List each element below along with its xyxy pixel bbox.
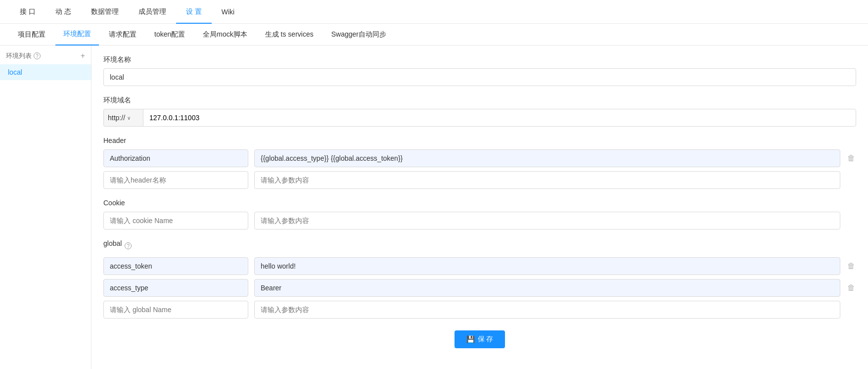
save-btn-row: 💾 保 存 [103, 330, 856, 348]
save-label: 保 存 [478, 335, 494, 344]
nav-item-data-manage[interactable]: 数据管理 [81, 0, 129, 24]
global-key-input-1[interactable] [103, 279, 248, 297]
sidebar-header: 环境列表 ? + [0, 51, 91, 64]
global-label: global [103, 239, 122, 247]
sidebar-help-icon[interactable]: ? [34, 52, 41, 59]
nav-item-member-manage[interactable]: 成员管理 [129, 0, 176, 24]
domain-row: http:// ∨ [103, 109, 856, 127]
global-key-2 [103, 301, 248, 319]
env-domain-group: 环境域名 http:// ∨ [103, 96, 856, 127]
protocol-value: http:// [108, 114, 125, 122]
env-name-group: 环境名称 [103, 55, 856, 86]
nav-item-dynamic[interactable]: 动 态 [46, 0, 81, 24]
global-key-1 [103, 279, 248, 297]
global-title-row: global ? [103, 239, 856, 252]
cookie-key-input-0[interactable] [103, 212, 248, 230]
global-group: global ? 🗑 🗑 [103, 239, 856, 319]
global-value-1 [254, 279, 840, 297]
cookie-group: Cookie 🗑 [103, 199, 856, 230]
sidebar: 环境列表 ? + local [0, 46, 91, 369]
domain-input[interactable] [143, 109, 856, 127]
header-group: Header 🗑 🗑 [103, 137, 856, 189]
env-domain-label: 环境域名 [103, 96, 856, 105]
cookie-label: Cookie [103, 199, 856, 207]
save-button[interactable]: 💾 保 存 [455, 330, 505, 348]
sub-nav-swagger-sync[interactable]: Swagger自动同步 [323, 24, 394, 46]
global-value-input-1[interactable] [254, 279, 840, 297]
cookie-key-0 [103, 212, 248, 230]
header-label: Header [103, 137, 856, 144]
sidebar-header-left: 环境列表 ? [6, 51, 41, 60]
global-row-1: 🗑 [103, 279, 856, 297]
sub-nav-env-config[interactable]: 环境配置 [55, 24, 99, 46]
global-row-0: 🗑 [103, 257, 856, 275]
save-icon: 💾 [466, 335, 475, 343]
header-value-input-1[interactable] [254, 171, 840, 189]
global-key-input-2[interactable] [103, 301, 248, 319]
cookie-value-0 [254, 212, 840, 230]
env-name-label: 环境名称 [103, 55, 856, 64]
global-value-2 [254, 301, 840, 319]
header-key-input-1[interactable] [103, 171, 248, 189]
env-name-input[interactable] [103, 68, 856, 86]
nav-item-settings[interactable]: 设 置 [176, 0, 212, 24]
sub-nav-mock-script[interactable]: 全局mock脚本 [195, 24, 255, 46]
header-row-0: 🗑 [103, 149, 856, 167]
sub-nav: 项目配置 环境配置 请求配置 token配置 全局mock脚本 生成 ts se… [0, 24, 868, 46]
global-value-input-0[interactable] [254, 257, 840, 275]
content: 环境名称 环境域名 http:// ∨ Header [91, 46, 868, 369]
protocol-select[interactable]: http:// ∨ [103, 109, 143, 127]
sub-nav-token-config[interactable]: token配置 [146, 24, 193, 46]
cookie-value-input-0[interactable] [254, 212, 840, 230]
header-key-input-0[interactable] [103, 149, 248, 167]
global-key-0 [103, 257, 248, 275]
global-value-input-2[interactable] [254, 301, 840, 319]
header-delete-0[interactable]: 🗑 [846, 154, 856, 163]
sidebar-title-label: 环境列表 [6, 51, 32, 60]
sidebar-add-icon[interactable]: + [81, 52, 85, 60]
header-value-1 [254, 171, 840, 189]
main-layout: 环境列表 ? + local 环境名称 环境域名 http:// ∨ [0, 46, 868, 369]
global-value-0 [254, 257, 840, 275]
header-value-input-0[interactable] [254, 149, 840, 167]
top-nav: 接 口 动 态 数据管理 成员管理 设 置 Wiki [0, 0, 868, 24]
sub-nav-ts-services[interactable]: 生成 ts services [257, 24, 321, 46]
cookie-row-0: 🗑 [103, 212, 856, 230]
header-key-0 [103, 149, 248, 167]
global-help-icon[interactable]: ? [125, 242, 132, 249]
global-row-2: 🗑 [103, 301, 856, 319]
nav-item-wiki[interactable]: Wiki [212, 0, 244, 24]
header-value-0 [254, 149, 840, 167]
sub-nav-request-config[interactable]: 请求配置 [101, 24, 144, 46]
sub-nav-project-config[interactable]: 项目配置 [10, 24, 53, 46]
protocol-chevron-icon: ∨ [127, 115, 131, 121]
global-delete-1[interactable]: 🗑 [846, 283, 856, 292]
sidebar-item-local[interactable]: local [0, 64, 91, 80]
header-key-1 [103, 171, 248, 189]
nav-item-interface[interactable]: 接 口 [10, 0, 46, 24]
header-row-1: 🗑 [103, 171, 856, 189]
global-delete-0[interactable]: 🗑 [846, 262, 856, 271]
global-key-input-0[interactable] [103, 257, 248, 275]
